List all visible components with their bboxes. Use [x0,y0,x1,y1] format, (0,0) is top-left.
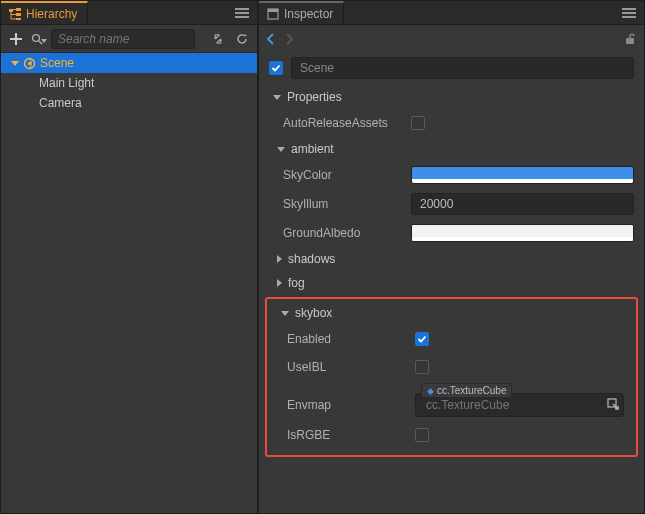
chevron-right-icon [277,255,282,263]
prop-sky-illum: SkyIllum [259,189,644,219]
skybox-enabled-checkbox[interactable] [415,332,429,346]
prop-label: GroundAlbedo [283,226,403,240]
tree-row-scene[interactable]: Scene [1,53,257,73]
hierarchy-tree: Scene Main Light Camera [1,53,257,513]
hierarchy-tabbar: Hierarchy [1,1,257,25]
svg-rect-3 [16,18,21,20]
refresh-icon [236,33,248,45]
section-shadows[interactable]: shadows [259,247,644,271]
prop-label: Enabled [287,332,407,346]
envmap-asset-field[interactable]: ◆cc.TextureCube [415,393,624,417]
inspector-icon [267,8,279,20]
prop-label: Envmap [287,398,407,412]
unlock-icon [624,33,636,45]
prop-label: AutoReleaseAssets [283,116,403,130]
svg-rect-14 [268,9,278,12]
prop-auto-release: AutoReleaseAssets [259,109,644,137]
inspector-tab-label: Inspector [284,7,333,21]
inspector-tab[interactable]: Inspector [259,1,344,24]
section-skybox[interactable]: skybox [269,301,634,325]
add-node-button[interactable] [7,30,25,48]
hierarchy-toolbar [1,25,257,53]
svg-rect-18 [626,38,634,44]
chevron-right-icon [285,33,293,45]
sky-illum-input[interactable] [411,193,634,215]
tree-label: Scene [40,56,74,70]
chevron-left-icon [267,33,275,45]
auto-release-checkbox[interactable] [411,116,425,130]
chevron-down-icon [273,95,281,100]
tree-label: Main Light [39,76,94,90]
svg-rect-16 [622,12,636,14]
asset-picker-button[interactable] [607,398,619,410]
search-mode-caret[interactable] [41,32,47,46]
inspector-body: Properties AutoReleaseAssets ambient Sky… [259,25,644,513]
refresh-button[interactable] [233,30,251,48]
skybox-isrgbe-checkbox[interactable] [415,428,429,442]
prop-skybox-enabled: Enabled [269,325,634,353]
node-header [259,53,644,85]
asset-type-tag: ◆cc.TextureCube [421,383,512,398]
ground-albedo-swatch[interactable] [411,224,634,242]
prop-skybox-isrgbe: IsRGBE [269,421,634,449]
node-active-checkbox[interactable] [269,61,283,75]
chevron-down-icon [281,311,289,316]
collapse-icon [212,33,224,45]
inspector-panel-menu[interactable] [614,1,644,24]
plus-icon [10,33,22,45]
expand-toggle[interactable] [11,61,19,66]
collapse-button[interactable] [209,30,227,48]
section-label: ambient [291,142,334,156]
svg-rect-15 [622,8,636,10]
section-ambient[interactable]: ambient [259,137,644,161]
section-label: skybox [295,306,332,320]
prop-label: SkyIllum [283,197,403,211]
prop-label: SkyColor [283,168,403,182]
section-fog[interactable]: fog [259,271,644,295]
section-label: shadows [288,252,335,266]
hierarchy-panel-menu[interactable] [227,1,257,24]
section-properties[interactable]: Properties [259,85,644,109]
svg-rect-4 [235,8,249,10]
svg-rect-8 [10,38,22,40]
menu-icon [622,7,636,19]
chevron-down-icon [277,147,285,152]
svg-rect-1 [16,8,21,11]
skybox-useibl-checkbox[interactable] [415,360,429,374]
section-label: fog [288,276,305,290]
tree-row[interactable]: Main Light [1,73,257,93]
section-label: Properties [287,90,342,104]
svg-point-12 [28,61,31,64]
prop-label: UseIBL [287,360,407,374]
inspector-nav [259,25,644,53]
prop-sky-color: SkyColor [259,161,644,189]
tree-row[interactable]: Camera [1,93,257,113]
history-back-button[interactable] [267,33,275,45]
prop-label: IsRGBE [287,428,407,442]
svg-rect-5 [235,12,249,14]
asset-type-label: cc.TextureCube [437,385,506,396]
picker-icon [607,398,619,410]
hierarchy-panel: Hierarchy Scene Main Light [0,0,258,514]
search-wrap [31,29,195,49]
check-icon [271,63,281,73]
node-name-input[interactable] [291,57,634,79]
scene-icon [23,57,36,70]
sky-color-swatch[interactable] [411,166,634,184]
prop-skybox-useibl: UseIBL [269,353,634,381]
hierarchy-tab[interactable]: Hierarchy [1,1,88,24]
check-icon [417,334,427,344]
prop-skybox-envmap: Envmap ◆cc.TextureCube [269,381,634,421]
hierarchy-icon [9,8,21,20]
prop-ground-albedo: GroundAlbedo [259,219,644,247]
svg-rect-6 [235,16,249,18]
history-forward-button[interactable] [285,33,293,45]
lock-button[interactable] [624,33,636,45]
menu-icon [235,7,249,19]
skybox-highlight: skybox Enabled UseIBL Envmap ◆cc.Texture… [265,297,638,457]
tree-label: Camera [39,96,82,110]
svg-rect-2 [16,13,21,16]
svg-rect-17 [622,16,636,18]
inspector-tabbar: Inspector [259,1,644,25]
search-input[interactable] [51,29,195,49]
